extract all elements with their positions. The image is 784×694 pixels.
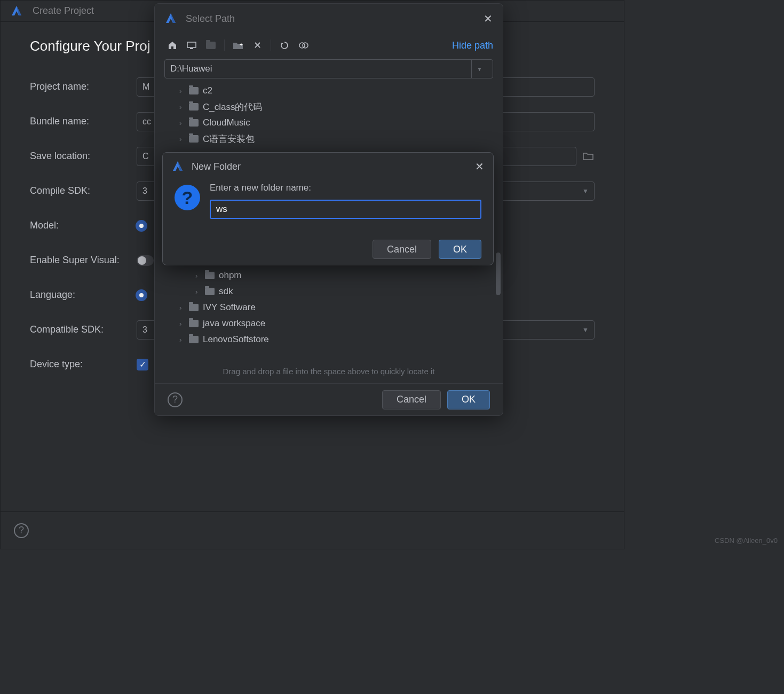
tree-item[interactable]: ›C_class的代码 [159, 99, 503, 115]
path-dropdown-button[interactable]: ▼ [471, 60, 487, 78]
tree-item-label: java workspace [203, 318, 265, 329]
toolbar-separator [271, 40, 271, 51]
label-compile-sdk: Compile SDK: [30, 185, 137, 196]
tree-item[interactable]: ›c2 [159, 83, 503, 99]
hide-path-link[interactable]: Hide path [452, 40, 493, 51]
label-compatible-sdk: Compatible SDK: [30, 324, 137, 335]
folder-icon [189, 103, 199, 111]
chevron-right-icon: › [179, 103, 185, 111]
new-folder-icon: + [233, 41, 243, 50]
select-path-title: Select Path [186, 13, 474, 25]
chevron-right-icon: › [179, 135, 185, 143]
tree-item-label: c2 [203, 85, 212, 96]
drag-drop-hint: Drag and drop a file into the space abov… [155, 364, 503, 383]
new-folder-titlebar: New Folder ✕ [163, 153, 493, 180]
label-super-visual: Enable Super Visual: [30, 255, 137, 266]
tree-scrollbar[interactable] [496, 253, 501, 295]
tree-item-label: C语言安装包 [203, 133, 255, 145]
chevron-right-icon: › [179, 304, 185, 312]
select-path-close-button[interactable]: ✕ [482, 13, 493, 24]
folder-icon [206, 42, 216, 49]
svg-rect-1 [190, 48, 193, 49]
folder-icon [189, 304, 199, 311]
chevron-right-icon: › [179, 87, 185, 95]
desktop-button[interactable] [184, 37, 200, 53]
new-folder-dialog: New Folder ✕ ? Enter a new folder name: … [162, 152, 494, 265]
chevron-down-icon: ▼ [582, 187, 589, 195]
tree-item-label: ohpm [219, 270, 242, 281]
svg-text:+: + [240, 42, 243, 48]
select-path-toolbar: + ✕ Hide path [155, 34, 503, 57]
label-device-type: Device type: [30, 359, 137, 370]
folder-icon [189, 320, 199, 327]
select-path-cancel-button[interactable]: Cancel [382, 390, 441, 409]
label-language: Language: [30, 289, 137, 301]
select-path-help-button[interactable]: ? [168, 392, 183, 407]
model-radio[interactable] [137, 221, 146, 231]
tree-item[interactable]: ›LenovoSoftstore [159, 332, 503, 348]
select-path-titlebar: Select Path ✕ [155, 4, 503, 34]
label-bundle-name: Bundle name: [30, 116, 137, 127]
new-folder-button[interactable]: + [230, 37, 246, 53]
desktop-icon [187, 42, 196, 49]
tree-item-label: LenovoSoftstore [203, 334, 269, 345]
browse-folder-button[interactable] [582, 150, 595, 163]
folder-icon [189, 135, 199, 143]
label-project-name: Project name: [30, 81, 137, 92]
super-visual-toggle[interactable] [137, 255, 154, 266]
folder-icon [205, 288, 215, 295]
language-radio[interactable] [137, 290, 146, 300]
help-button[interactable]: ? [14, 523, 29, 538]
path-input[interactable]: D:\Huawei ▼ [164, 59, 493, 78]
new-folder-prompt: Enter a new folder name: [210, 183, 481, 193]
refresh-button[interactable] [276, 37, 292, 53]
main-footer: ? [1, 511, 624, 549]
chevron-down-icon: ▼ [582, 326, 589, 334]
refresh-icon [280, 41, 289, 50]
tree-item[interactable]: ›ohpm [159, 267, 503, 283]
device-type-checkbox[interactable]: ✓ [137, 359, 148, 370]
new-folder-name-input[interactable] [210, 200, 481, 219]
chevron-right-icon: › [195, 272, 201, 280]
tree-item[interactable]: ›sdk [159, 283, 503, 299]
chevron-right-icon: › [179, 336, 185, 344]
toolbar-separator [224, 40, 225, 51]
new-folder-close-button[interactable]: ✕ [474, 161, 485, 172]
app-logo-icon [164, 12, 177, 25]
new-folder-ok-button[interactable]: OK [439, 240, 481, 259]
project-button[interactable] [203, 37, 219, 53]
main-window-title: Create Project [33, 5, 94, 17]
select-path-ok-button[interactable]: OK [447, 390, 490, 409]
new-folder-footer: Cancel OK [163, 234, 493, 265]
tree-item[interactable]: ›C语言安装包 [159, 131, 503, 147]
show-hidden-button[interactable] [296, 37, 312, 53]
app-logo-icon [10, 5, 23, 18]
label-save-location: Save location: [30, 151, 137, 162]
home-button[interactable] [164, 37, 180, 53]
close-icon: ✕ [254, 40, 262, 51]
delete-button[interactable]: ✕ [249, 37, 265, 53]
combo-compatible-sdk-value: 3 [142, 325, 147, 335]
tree-item-label: CloudMusic [203, 117, 250, 128]
tree-item-label: sdk [219, 286, 233, 297]
tree-item-label: C_class的代码 [203, 101, 262, 113]
hidden-files-icon [298, 41, 309, 50]
folder-icon [189, 336, 199, 343]
watermark: CSDN @Aileen_0v0 [715, 537, 778, 545]
app-logo-icon [171, 160, 184, 173]
folder-icon [189, 119, 199, 127]
chevron-right-icon: › [179, 119, 185, 127]
path-value: D:\Huawei [170, 64, 212, 74]
svg-point-4 [303, 43, 308, 48]
tree-item[interactable]: ›java workspace [159, 316, 503, 332]
folder-icon [189, 87, 199, 94]
chevron-down-icon: ▼ [477, 66, 482, 72]
new-folder-cancel-button[interactable]: Cancel [373, 240, 431, 259]
tree-item[interactable]: ›CloudMusic [159, 115, 503, 131]
label-model: Model: [30, 220, 137, 231]
tree-item[interactable]: ›IVY Software [159, 299, 503, 316]
folder-icon [205, 272, 215, 279]
chevron-right-icon: › [179, 320, 185, 328]
chevron-right-icon: › [195, 288, 201, 296]
svg-rect-0 [187, 42, 196, 48]
